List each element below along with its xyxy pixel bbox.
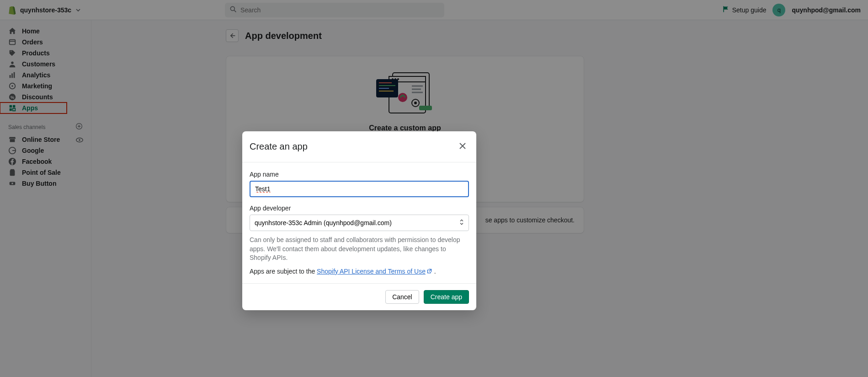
developer-help-text: Can only be assigned to staff and collab… (250, 236, 469, 263)
developer-label: App developer (250, 205, 469, 212)
create-app-modal: Create an app App name App developer Can… (242, 131, 476, 310)
terms-text: Apps are subject to the Shopify API Lice… (250, 267, 469, 276)
create-app-button[interactable]: Create app (424, 290, 469, 304)
modal-header: Create an app (242, 131, 476, 162)
modal-body: App name App developer Can only be assig… (242, 162, 476, 283)
modal-title: Create an app (250, 141, 308, 152)
app-name-input[interactable] (250, 181, 469, 197)
developer-select[interactable] (250, 215, 469, 231)
terms-prefix: Apps are subject to the (250, 268, 317, 275)
external-link-icon (426, 268, 432, 274)
terms-link[interactable]: Shopify API License and Terms of Use (317, 268, 432, 275)
developer-select-value[interactable] (250, 215, 469, 231)
cancel-button[interactable]: Cancel (385, 290, 419, 304)
app-name-label: App name (250, 171, 469, 178)
modal-footer: Cancel Create app (242, 283, 476, 310)
close-icon[interactable] (456, 140, 469, 154)
